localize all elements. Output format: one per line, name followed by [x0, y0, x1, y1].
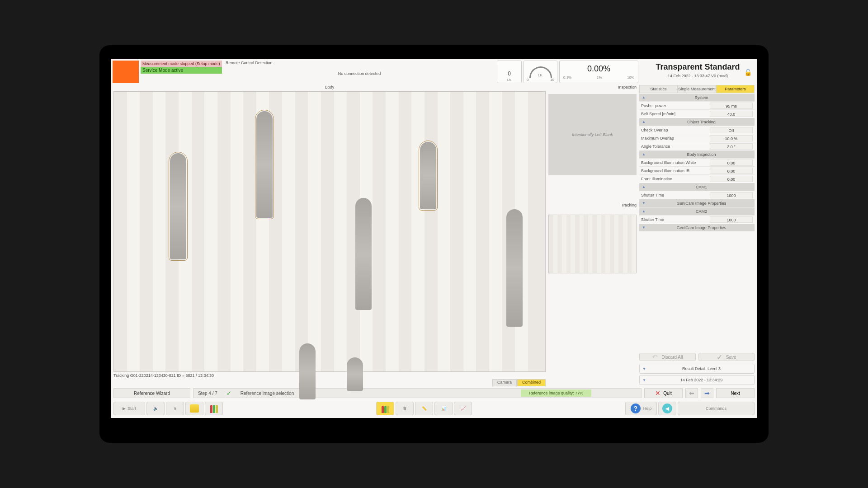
chevron-down-icon: ▼	[640, 378, 649, 382]
discard-all-button[interactable]: ↶ Discard All	[639, 353, 696, 361]
check-icon: ✓	[226, 390, 231, 397]
status-measurement-stopped: Measurement mode stopped (Setup mode)	[141, 61, 222, 67]
param-pusher-power[interactable]: 95 ms	[710, 103, 753, 109]
volume-button[interactable]: 🔈	[146, 402, 165, 415]
back-button[interactable]: ◄	[658, 402, 676, 415]
tab-parameters[interactable]: Parameters	[716, 85, 755, 93]
chevron-down-icon: ▼	[639, 225, 648, 230]
section-object-tracking[interactable]: ▲ Object Tracking	[639, 117, 755, 126]
mouse-icon: 🖱	[173, 406, 177, 411]
tab-statistics[interactable]: Statistics	[639, 85, 678, 93]
section-system[interactable]: ▲ System	[639, 93, 755, 101]
quit-wizard-button[interactable]: ✕ Quit	[644, 388, 683, 398]
inspection-preview: Intentionally Left Blank	[548, 94, 637, 175]
trend-button[interactable]: 📈	[454, 402, 472, 415]
start-button[interactable]: ▶ Start	[113, 402, 145, 415]
speaker-icon: 🔈	[153, 406, 158, 411]
lock-icon[interactable]: 🔓	[744, 69, 752, 76]
param-cam2-shutter[interactable]: 1000	[710, 216, 753, 223]
unlock-icon	[190, 404, 199, 413]
tracking-info-text: Tracking G01-220214-133430-821 ID = 6821…	[113, 372, 546, 379]
help-icon: ?	[631, 404, 641, 413]
chart-button[interactable]: 📊	[434, 402, 453, 415]
commands-button[interactable]: Commands	[678, 402, 755, 415]
chevron-up-icon: ▲	[639, 152, 648, 156]
close-icon: ✕	[655, 389, 660, 397]
ruler-icon: 📏	[422, 406, 427, 411]
param-check-overlap[interactable]: Off	[710, 127, 753, 133]
tracking-thumbnail[interactable]	[548, 215, 637, 273]
parameters-panel[interactable]: ▲ System Pusher power95 ms Belt Speed [m…	[639, 93, 755, 350]
bottles-icon	[209, 404, 219, 413]
tracking-label: Tracking	[548, 203, 637, 209]
chevron-up-icon: ▲	[639, 185, 648, 189]
trash-icon: 🗑	[403, 406, 407, 411]
tab-single-measurement[interactable]: Single Measurement	[678, 85, 716, 93]
timestamp-selector[interactable]: ▼ 14 Feb 2022 - 13:34:29	[639, 375, 755, 385]
arrow-right-icon: ➡	[704, 389, 710, 397]
chevron-down-icon: ▼	[639, 201, 648, 205]
recipe-timestamp: 14 Feb 2022 - 13:33:47 V0 (mod)	[644, 74, 752, 78]
wizard-next-button[interactable]: Next	[716, 388, 755, 398]
bottles-button[interactable]	[205, 402, 223, 415]
bar-chart-icon: 📊	[441, 406, 446, 411]
delete-button[interactable]: 🗑	[396, 402, 414, 415]
param-front-illum[interactable]: 0.00	[710, 176, 753, 182]
recipe-title: Transparent Standard	[644, 62, 752, 72]
undo-icon: ↶	[652, 353, 658, 361]
reference-wizard-label: Reference Wizard	[113, 388, 190, 398]
section-body-inspection[interactable]: ▲ Body Inspection	[639, 150, 755, 158]
inspection-mode-button[interactable]	[376, 402, 394, 415]
unlock-button[interactable]	[185, 402, 203, 415]
speed-dial-gauge: 0 10 t.h.	[524, 61, 557, 83]
result-detail-selector[interactable]: ▼ Result Detail: Level 3	[639, 364, 755, 374]
section-genicam2[interactable]: ▼ GenICam Image Properties	[639, 223, 755, 231]
tab-combined[interactable]: Combined	[517, 379, 546, 386]
section-genicam1[interactable]: ▼ GenICam Image Properties	[639, 199, 755, 207]
tab-camera[interactable]: Camera	[492, 379, 517, 386]
param-bg-illum-ir[interactable]: 0.00	[710, 168, 753, 174]
body-camera-view[interactable]	[113, 91, 546, 372]
chevron-up-icon: ▲	[639, 120, 648, 124]
line-chart-icon: 📈	[461, 406, 466, 411]
param-angle-tolerance[interactable]: 2.0 °	[710, 143, 753, 150]
status-service-mode: Service Mode active	[141, 67, 222, 74]
help-button[interactable]: ? Help	[625, 402, 657, 415]
reject-rate-box: 0.00% 0.1% 1% 10%	[559, 61, 638, 83]
inspection-label: Inspection	[548, 85, 637, 91]
wizard-next-arrow-button[interactable]: ➡	[701, 388, 713, 398]
param-bg-illum-white[interactable]: 0.00	[710, 160, 753, 166]
param-max-overlap[interactable]: 10.0 %	[710, 135, 753, 141]
remote-control-header: Remote Control Detection	[226, 61, 493, 65]
bottles-icon	[380, 404, 390, 413]
chevron-up-icon: ▲	[639, 209, 648, 213]
wizard-progress-bar: Step 4 / 7 ✓ Reference image selection R…	[193, 388, 642, 398]
param-cam1-shutter[interactable]: 1000	[710, 192, 753, 198]
reference-quality-badge: Reference image quality: 77%	[521, 389, 591, 397]
check-icon: ✓	[717, 353, 722, 361]
body-view-label: Body	[113, 85, 546, 91]
back-icon: ◄	[662, 404, 672, 413]
throughput-gauge: 0 t.h.	[497, 61, 522, 83]
play-icon: ▶	[123, 406, 126, 411]
section-cam1[interactable]: ▲ CAM1	[639, 183, 755, 191]
mouse-button[interactable]: 🖱	[166, 402, 184, 415]
measure-button[interactable]: 📏	[415, 402, 433, 415]
param-belt-speed[interactable]: 40.0	[710, 111, 753, 117]
chevron-down-icon: ▼	[640, 367, 649, 371]
status-indicator-square	[113, 61, 139, 83]
remote-control-value: No connection detected	[226, 71, 493, 76]
wizard-prev-button[interactable]: ⬅	[685, 388, 698, 398]
arrow-left-icon: ⬅	[689, 389, 694, 397]
chevron-up-icon: ▲	[639, 95, 648, 99]
save-button[interactable]: ✓ Save	[698, 353, 755, 361]
section-cam2[interactable]: ▲ CAM2	[639, 207, 755, 215]
